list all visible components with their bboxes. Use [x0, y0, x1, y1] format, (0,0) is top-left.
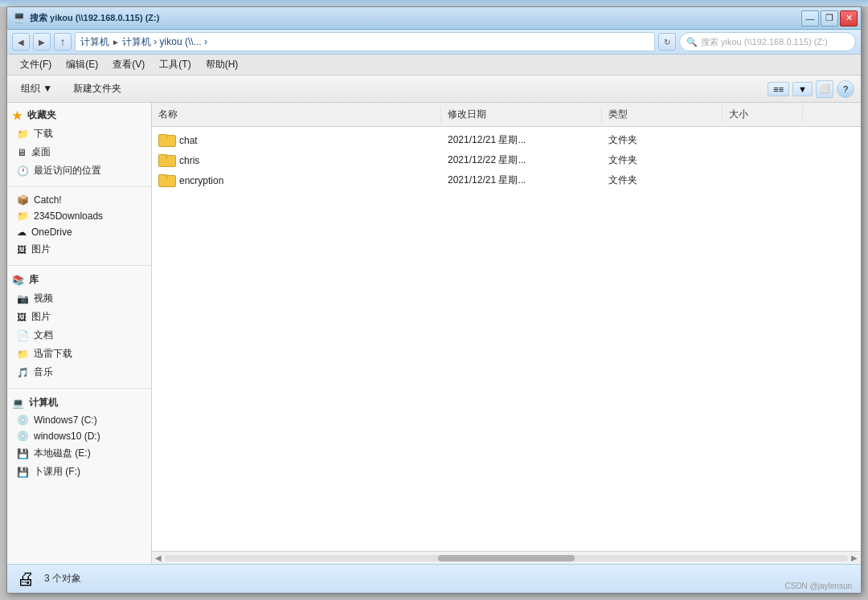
- sidebar-divider-3: [7, 388, 151, 389]
- close-button[interactable]: ✕: [840, 10, 858, 27]
- table-row[interactable]: encryption 2021/12/21 星期... 文件夹: [152, 170, 861, 190]
- title-bar: 🖥️ 搜索 yikou (\\192.168.0.115) (Z:) — ❐ ✕: [7, 7, 861, 30]
- status-icon: 🖨: [17, 569, 35, 590]
- file-type-chat: 文件夹: [602, 133, 723, 147]
- view-details-button[interactable]: ≡≡: [768, 82, 789, 96]
- sidebar-section-favorites: ★ 收藏夹 📁 下载 🖥 桌面 🕐 最近访问的位置: [7, 106, 151, 180]
- sidebar-item-video[interactable]: 📷 视频: [7, 289, 151, 308]
- sidebar-item-downloads[interactable]: 📁 下载: [7, 124, 151, 143]
- sidebar: ★ 收藏夹 📁 下载 🖥 桌面 🕐 最近访问的位置: [7, 103, 152, 564]
- help-button[interactable]: ?: [837, 80, 854, 98]
- sidebar-item-recent[interactable]: 🕐 最近访问的位置: [7, 161, 151, 180]
- up-button[interactable]: ↑: [54, 33, 72, 51]
- sidebar-section-computer: 💻 计算机 💿 Windows7 (C:) 💿 windows10 (D:) 💾…: [7, 394, 151, 481]
- sidebar-item-pictures[interactable]: 🖼 图片: [7, 240, 151, 259]
- search-icon: 🔍: [686, 37, 698, 47]
- sidebar-item-image[interactable]: 🖼 图片: [7, 308, 151, 326]
- file-name-chris: chris: [152, 154, 441, 167]
- address-bar-area: ◀ ▶ ↑ 计算机 ► 计算机 › yikou (\\... › ↻ 🔍 搜索 …: [7, 30, 861, 55]
- file-list: chat 2021/12/21 星期... 文件夹 chris 2021/12/…: [152, 127, 861, 551]
- folder-icon-downloads: 📁: [17, 129, 29, 140]
- watermark: CSDN @jaylensun: [784, 582, 852, 590]
- folder-icon-chris: [158, 154, 174, 167]
- pictures-icon: 🖼: [17, 244, 27, 255]
- horizontal-scrollbar[interactable]: ◀ ▶: [152, 551, 861, 564]
- sidebar-item-d[interactable]: 💿 windows10 (D:): [7, 428, 151, 444]
- menu-file[interactable]: 文件(F): [14, 56, 58, 73]
- table-row[interactable]: chat 2021/12/21 星期... 文件夹: [152, 130, 861, 150]
- scroll-right-arrow[interactable]: ▶: [851, 553, 858, 562]
- sidebar-computer-header: 💻 计算机: [7, 394, 151, 412]
- breadcrumb[interactable]: 计算机 ► 计算机 › yikou (\\... ›: [75, 32, 655, 51]
- content-pane: 名称 修改日期 类型 大小 chat 2021/12/21 星期... 文件夹: [152, 103, 861, 564]
- scroll-thumb[interactable]: [438, 555, 575, 561]
- drive-e-icon: 💾: [17, 448, 29, 459]
- window-title: 搜索 yikou (\\192.168.0.115) (Z:): [30, 12, 159, 24]
- forward-button[interactable]: ▶: [33, 33, 51, 51]
- sidebar-item-c[interactable]: 💿 Windows7 (C:): [7, 412, 151, 428]
- file-name-chat: chat: [152, 134, 441, 147]
- col-header-date[interactable]: 修改日期: [441, 106, 602, 123]
- sidebar-divider-2: [7, 265, 151, 266]
- organize-button[interactable]: 组织 ▼: [14, 79, 59, 99]
- file-type-encryption: 文件夹: [602, 173, 723, 187]
- folder-icon-2345: 📁: [17, 210, 29, 222]
- view-large-icons-button[interactable]: ⬜: [816, 80, 833, 98]
- title-bar-controls: — ❐ ✕: [801, 10, 858, 27]
- breadcrumb-share[interactable]: 计算机 › yikou (\\... ›: [122, 35, 207, 49]
- drive-c-icon: 💿: [17, 414, 29, 426]
- search-bar[interactable]: 🔍 搜索 yikou (\\192.168.0.115) (Z:): [679, 32, 856, 51]
- col-header-size[interactable]: 大小: [723, 106, 803, 123]
- menu-tools[interactable]: 工具(T): [153, 56, 197, 73]
- sidebar-item-desktop[interactable]: 🖥 桌面: [7, 143, 151, 161]
- scroll-left-arrow[interactable]: ◀: [155, 553, 162, 562]
- sidebar-item-xunlei[interactable]: 📁 迅雷下载: [7, 345, 151, 363]
- scroll-track: [165, 555, 848, 561]
- folder-icon-encryption: [158, 174, 174, 187]
- status-count: 3 个对象: [44, 572, 81, 586]
- sidebar-item-f[interactable]: 💾 卜课用 (F:): [7, 463, 151, 481]
- image-icon: 🖼: [17, 312, 27, 323]
- sidebar-item-2345downloads[interactable]: 📁 2345Downloads: [7, 208, 151, 224]
- file-date-encryption: 2021/12/21 星期...: [441, 173, 602, 187]
- back-button[interactable]: ◀: [12, 33, 30, 51]
- file-name-encryption: encryption: [152, 174, 441, 187]
- column-headers: 名称 修改日期 类型 大小: [152, 103, 861, 127]
- sidebar-item-catch[interactable]: 📦 Catch!: [7, 192, 151, 208]
- catch-icon: 📦: [17, 194, 29, 206]
- view-controls: ≡≡ ▼ ⬜ ?: [768, 80, 854, 98]
- menu-bar: 文件(F) 编辑(E) 查看(V) 工具(T) 帮助(H): [7, 55, 861, 76]
- main-area: ★ 收藏夹 📁 下载 🖥 桌面 🕐 最近访问的位置: [7, 103, 861, 564]
- video-icon: 📷: [17, 293, 29, 304]
- star-icon: ★: [12, 109, 23, 122]
- sidebar-divider-1: [7, 186, 151, 187]
- computer-icon: 💻: [12, 398, 24, 409]
- menu-help[interactable]: 帮助(H): [199, 56, 245, 73]
- col-header-type[interactable]: 类型: [602, 106, 723, 123]
- desktop-icon: 🖥: [17, 147, 27, 158]
- sidebar-section-extra: 📦 Catch! 📁 2345Downloads ☁ OneDrive 🖼 图片: [7, 192, 151, 259]
- restore-button[interactable]: ❐: [821, 10, 838, 27]
- file-type-chris: 文件夹: [602, 153, 723, 167]
- menu-view[interactable]: 查看(V): [106, 56, 151, 73]
- minimize-button[interactable]: —: [801, 10, 819, 27]
- col-header-name[interactable]: 名称: [152, 106, 441, 123]
- new-folder-button[interactable]: 新建文件夹: [66, 79, 129, 99]
- sidebar-item-document[interactable]: 📄 文档: [7, 326, 151, 345]
- breadcrumb-computer[interactable]: 计算机: [80, 35, 109, 49]
- menu-edit[interactable]: 编辑(E): [59, 56, 104, 73]
- table-row[interactable]: chris 2021/12/22 星期... 文件夹: [152, 150, 861, 170]
- refresh-button[interactable]: ↻: [658, 33, 676, 51]
- xunlei-icon: 📁: [17, 349, 29, 360]
- library-icon: 📚: [12, 275, 24, 286]
- view-toggle-button[interactable]: ▼: [792, 82, 813, 96]
- toolbar: 组织 ▼ 新建文件夹 ≡≡ ▼ ⬜ ?: [7, 76, 861, 103]
- window-icon: 🖥️: [14, 13, 25, 23]
- sidebar-item-onedrive[interactable]: ☁ OneDrive: [7, 224, 151, 240]
- drive-f-icon: 💾: [17, 467, 29, 478]
- sidebar-item-e[interactable]: 💾 本地磁盘 (E:): [7, 444, 151, 463]
- sidebar-section-library: 📚 库 📷 视频 🖼 图片 📄 文档 📁 迅雷下载: [7, 271, 151, 382]
- clock-icon: 🕐: [17, 165, 29, 177]
- sidebar-item-music[interactable]: 🎵 音乐: [7, 363, 151, 382]
- breadcrumb-sep-1: ►: [112, 38, 120, 47]
